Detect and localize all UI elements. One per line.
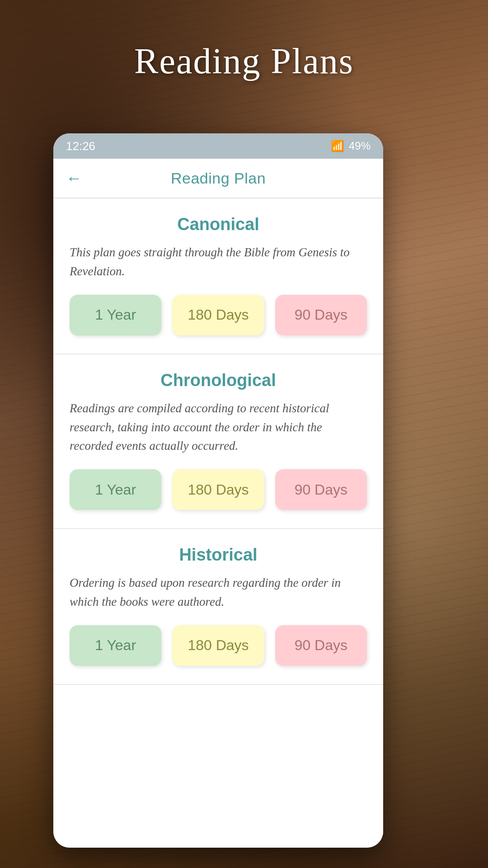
canonical-1year-button[interactable]: 1 Year xyxy=(70,295,161,335)
section-chronological: Chronological Readings are compiled acco… xyxy=(53,354,383,529)
chronological-description: Readings are compiled according to recen… xyxy=(70,399,367,456)
section-canonical: Canonical This plan goes straight throug… xyxy=(53,198,383,354)
status-bar: 12:26 📶 49% xyxy=(53,133,383,159)
historical-1year-button[interactable]: 1 Year xyxy=(70,625,161,666)
historical-buttons: 1 Year 180 Days 90 Days xyxy=(70,625,367,666)
wifi-icon: 📶 xyxy=(331,140,344,152)
chronological-title: Chronological xyxy=(70,371,367,390)
battery-indicator: 49% xyxy=(349,140,371,152)
section-historical: Historical Ordering is based upon resear… xyxy=(53,529,383,685)
historical-description: Ordering is based upon research regardin… xyxy=(70,574,367,612)
historical-title: Historical xyxy=(70,545,367,565)
app-header: ← Reading Plan xyxy=(53,159,383,198)
canonical-180days-button[interactable]: 180 Days xyxy=(172,295,264,335)
chronological-buttons: 1 Year 180 Days 90 Days xyxy=(70,469,367,510)
page-title: Reading Plans xyxy=(0,41,488,82)
phone-shell: 12:26 📶 49% ← Reading Plan Canonical Thi… xyxy=(53,133,383,848)
status-time: 12:26 xyxy=(66,139,95,153)
content-area: Canonical This plan goes straight throug… xyxy=(53,198,383,848)
canonical-title: Canonical xyxy=(70,215,367,234)
historical-180days-button[interactable]: 180 Days xyxy=(172,625,264,666)
back-button[interactable]: ← xyxy=(66,169,82,188)
chronological-90days-button[interactable]: 90 Days xyxy=(275,469,367,510)
chronological-1year-button[interactable]: 1 Year xyxy=(70,469,161,510)
chronological-180days-button[interactable]: 180 Days xyxy=(172,469,264,510)
status-icons: 📶 49% xyxy=(331,140,371,152)
canonical-90days-button[interactable]: 90 Days xyxy=(275,295,367,335)
header-title: Reading Plan xyxy=(171,170,266,187)
historical-90days-button[interactable]: 90 Days xyxy=(275,625,367,666)
canonical-buttons: 1 Year 180 Days 90 Days xyxy=(70,295,367,335)
canonical-description: This plan goes straight through the Bibl… xyxy=(70,243,367,281)
